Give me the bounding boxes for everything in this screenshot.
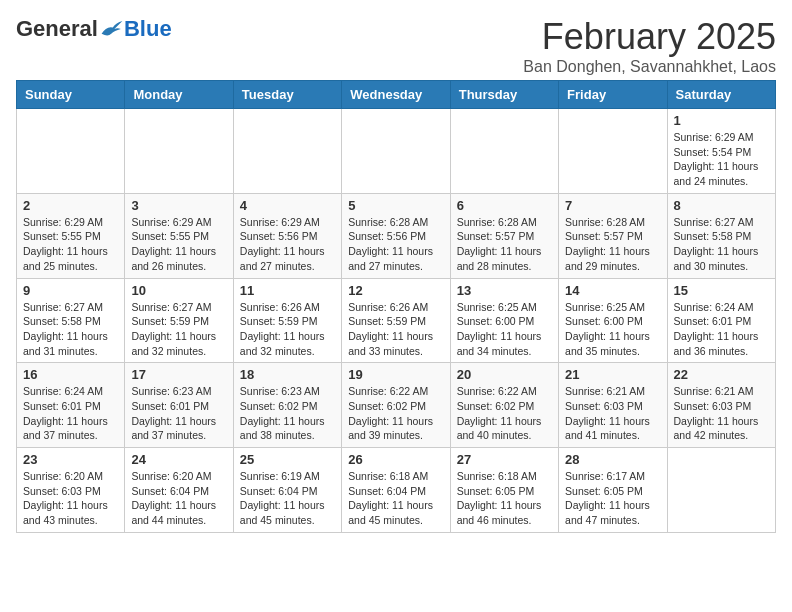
calendar-cell xyxy=(450,109,558,194)
calendar-cell: 6Sunrise: 6:28 AM Sunset: 5:57 PM Daylig… xyxy=(450,193,558,278)
day-number: 28 xyxy=(565,452,660,467)
day-info: Sunrise: 6:21 AM Sunset: 6:03 PM Dayligh… xyxy=(674,384,769,443)
day-info: Sunrise: 6:26 AM Sunset: 5:59 PM Dayligh… xyxy=(240,300,335,359)
day-info: Sunrise: 6:19 AM Sunset: 6:04 PM Dayligh… xyxy=(240,469,335,528)
weekday-header: Tuesday xyxy=(233,81,341,109)
calendar-cell: 17Sunrise: 6:23 AM Sunset: 6:01 PM Dayli… xyxy=(125,363,233,448)
day-info: Sunrise: 6:27 AM Sunset: 5:58 PM Dayligh… xyxy=(23,300,118,359)
calendar-cell xyxy=(342,109,450,194)
location-title: Ban Donghen, Savannahkhet, Laos xyxy=(523,58,776,76)
day-number: 10 xyxy=(131,283,226,298)
day-info: Sunrise: 6:25 AM Sunset: 6:00 PM Dayligh… xyxy=(565,300,660,359)
calendar-cell: 14Sunrise: 6:25 AM Sunset: 6:00 PM Dayli… xyxy=(559,278,667,363)
day-number: 20 xyxy=(457,367,552,382)
calendar-cell xyxy=(233,109,341,194)
calendar-cell: 12Sunrise: 6:26 AM Sunset: 5:59 PM Dayli… xyxy=(342,278,450,363)
calendar-body: 1Sunrise: 6:29 AM Sunset: 5:54 PM Daylig… xyxy=(17,109,776,533)
calendar-cell: 5Sunrise: 6:28 AM Sunset: 5:56 PM Daylig… xyxy=(342,193,450,278)
day-info: Sunrise: 6:28 AM Sunset: 5:57 PM Dayligh… xyxy=(565,215,660,274)
calendar-cell: 13Sunrise: 6:25 AM Sunset: 6:00 PM Dayli… xyxy=(450,278,558,363)
day-info: Sunrise: 6:17 AM Sunset: 6:05 PM Dayligh… xyxy=(565,469,660,528)
day-number: 21 xyxy=(565,367,660,382)
calendar-cell: 18Sunrise: 6:23 AM Sunset: 6:02 PM Dayli… xyxy=(233,363,341,448)
calendar-cell: 25Sunrise: 6:19 AM Sunset: 6:04 PM Dayli… xyxy=(233,448,341,533)
calendar-cell: 20Sunrise: 6:22 AM Sunset: 6:02 PM Dayli… xyxy=(450,363,558,448)
logo-general-text: General xyxy=(16,16,98,42)
day-number: 3 xyxy=(131,198,226,213)
day-number: 12 xyxy=(348,283,443,298)
calendar-week-row: 9Sunrise: 6:27 AM Sunset: 5:58 PM Daylig… xyxy=(17,278,776,363)
day-info: Sunrise: 6:24 AM Sunset: 6:01 PM Dayligh… xyxy=(674,300,769,359)
weekday-header: Saturday xyxy=(667,81,775,109)
title-area: February 2025 Ban Donghen, Savannahkhet,… xyxy=(523,16,776,76)
calendar-cell: 19Sunrise: 6:22 AM Sunset: 6:02 PM Dayli… xyxy=(342,363,450,448)
logo-blue-text: Blue xyxy=(124,16,172,42)
day-number: 27 xyxy=(457,452,552,467)
day-number: 25 xyxy=(240,452,335,467)
calendar-week-row: 1Sunrise: 6:29 AM Sunset: 5:54 PM Daylig… xyxy=(17,109,776,194)
calendar-cell: 21Sunrise: 6:21 AM Sunset: 6:03 PM Dayli… xyxy=(559,363,667,448)
calendar-week-row: 2Sunrise: 6:29 AM Sunset: 5:55 PM Daylig… xyxy=(17,193,776,278)
day-info: Sunrise: 6:18 AM Sunset: 6:05 PM Dayligh… xyxy=(457,469,552,528)
calendar-cell: 11Sunrise: 6:26 AM Sunset: 5:59 PM Dayli… xyxy=(233,278,341,363)
day-info: Sunrise: 6:29 AM Sunset: 5:54 PM Dayligh… xyxy=(674,130,769,189)
weekday-header: Thursday xyxy=(450,81,558,109)
calendar-cell: 4Sunrise: 6:29 AM Sunset: 5:56 PM Daylig… xyxy=(233,193,341,278)
day-number: 13 xyxy=(457,283,552,298)
day-info: Sunrise: 6:18 AM Sunset: 6:04 PM Dayligh… xyxy=(348,469,443,528)
day-info: Sunrise: 6:27 AM Sunset: 5:58 PM Dayligh… xyxy=(674,215,769,274)
day-number: 6 xyxy=(457,198,552,213)
month-title: February 2025 xyxy=(523,16,776,58)
calendar-cell xyxy=(667,448,775,533)
weekday-header: Sunday xyxy=(17,81,125,109)
calendar-cell: 9Sunrise: 6:27 AM Sunset: 5:58 PM Daylig… xyxy=(17,278,125,363)
day-info: Sunrise: 6:23 AM Sunset: 6:01 PM Dayligh… xyxy=(131,384,226,443)
day-info: Sunrise: 6:20 AM Sunset: 6:04 PM Dayligh… xyxy=(131,469,226,528)
calendar-cell: 28Sunrise: 6:17 AM Sunset: 6:05 PM Dayli… xyxy=(559,448,667,533)
day-number: 5 xyxy=(348,198,443,213)
day-info: Sunrise: 6:22 AM Sunset: 6:02 PM Dayligh… xyxy=(457,384,552,443)
day-number: 1 xyxy=(674,113,769,128)
day-number: 14 xyxy=(565,283,660,298)
calendar-week-row: 16Sunrise: 6:24 AM Sunset: 6:01 PM Dayli… xyxy=(17,363,776,448)
day-number: 23 xyxy=(23,452,118,467)
calendar-cell: 23Sunrise: 6:20 AM Sunset: 6:03 PM Dayli… xyxy=(17,448,125,533)
day-number: 9 xyxy=(23,283,118,298)
calendar-cell: 22Sunrise: 6:21 AM Sunset: 6:03 PM Dayli… xyxy=(667,363,775,448)
calendar-header-row: SundayMondayTuesdayWednesdayThursdayFrid… xyxy=(17,81,776,109)
day-number: 11 xyxy=(240,283,335,298)
logo: General Blue xyxy=(16,16,172,42)
day-number: 16 xyxy=(23,367,118,382)
calendar-cell: 7Sunrise: 6:28 AM Sunset: 5:57 PM Daylig… xyxy=(559,193,667,278)
day-number: 26 xyxy=(348,452,443,467)
calendar-cell xyxy=(559,109,667,194)
day-number: 4 xyxy=(240,198,335,213)
day-info: Sunrise: 6:22 AM Sunset: 6:02 PM Dayligh… xyxy=(348,384,443,443)
calendar-week-row: 23Sunrise: 6:20 AM Sunset: 6:03 PM Dayli… xyxy=(17,448,776,533)
calendar-cell: 15Sunrise: 6:24 AM Sunset: 6:01 PM Dayli… xyxy=(667,278,775,363)
day-number: 8 xyxy=(674,198,769,213)
calendar-cell: 24Sunrise: 6:20 AM Sunset: 6:04 PM Dayli… xyxy=(125,448,233,533)
day-number: 7 xyxy=(565,198,660,213)
day-info: Sunrise: 6:29 AM Sunset: 5:55 PM Dayligh… xyxy=(131,215,226,274)
calendar-cell: 26Sunrise: 6:18 AM Sunset: 6:04 PM Dayli… xyxy=(342,448,450,533)
day-info: Sunrise: 6:27 AM Sunset: 5:59 PM Dayligh… xyxy=(131,300,226,359)
day-number: 18 xyxy=(240,367,335,382)
calendar-cell: 8Sunrise: 6:27 AM Sunset: 5:58 PM Daylig… xyxy=(667,193,775,278)
calendar-table: SundayMondayTuesdayWednesdayThursdayFrid… xyxy=(16,80,776,533)
calendar-cell: 3Sunrise: 6:29 AM Sunset: 5:55 PM Daylig… xyxy=(125,193,233,278)
day-info: Sunrise: 6:21 AM Sunset: 6:03 PM Dayligh… xyxy=(565,384,660,443)
day-info: Sunrise: 6:29 AM Sunset: 5:56 PM Dayligh… xyxy=(240,215,335,274)
calendar-cell: 10Sunrise: 6:27 AM Sunset: 5:59 PM Dayli… xyxy=(125,278,233,363)
calendar-cell: 16Sunrise: 6:24 AM Sunset: 6:01 PM Dayli… xyxy=(17,363,125,448)
calendar-cell xyxy=(17,109,125,194)
day-info: Sunrise: 6:29 AM Sunset: 5:55 PM Dayligh… xyxy=(23,215,118,274)
day-info: Sunrise: 6:23 AM Sunset: 6:02 PM Dayligh… xyxy=(240,384,335,443)
weekday-header: Wednesday xyxy=(342,81,450,109)
day-info: Sunrise: 6:28 AM Sunset: 5:57 PM Dayligh… xyxy=(457,215,552,274)
day-number: 24 xyxy=(131,452,226,467)
day-info: Sunrise: 6:25 AM Sunset: 6:00 PM Dayligh… xyxy=(457,300,552,359)
day-number: 22 xyxy=(674,367,769,382)
day-info: Sunrise: 6:24 AM Sunset: 6:01 PM Dayligh… xyxy=(23,384,118,443)
calendar-cell: 27Sunrise: 6:18 AM Sunset: 6:05 PM Dayli… xyxy=(450,448,558,533)
